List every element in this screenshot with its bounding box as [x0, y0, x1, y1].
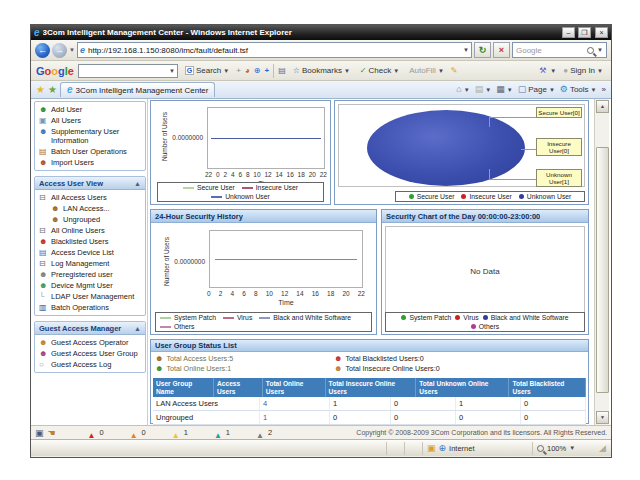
highlighter-pen-icon[interactable]: ✎ — [451, 67, 458, 75]
minimize-button[interactable]: – — [562, 27, 575, 38]
feeds-button[interactable]: ▤▼ — [475, 85, 491, 94]
google-search-dropdown-icon[interactable]: ▼ — [169, 68, 175, 74]
send-to-icon[interactable]: ▤ — [278, 67, 286, 75]
sidebar-item[interactable]: All Users — [35, 115, 145, 126]
table-column-header[interactable]: Total Blacklisted Users — [509, 378, 586, 397]
scrollbar-thumb[interactable] — [596, 147, 609, 393]
favorites-star-icon[interactable]: ★ — [36, 85, 45, 95]
toolbar-plus-icon[interactable]: + — [236, 67, 241, 75]
autofill-button[interactable]: AutoFill ▼ — [406, 65, 447, 76]
wrench-icon[interactable]: ⚒ — [539, 67, 546, 75]
check-button[interactable]: ✓ Check ▼ — [357, 65, 402, 76]
plot-area — [207, 107, 325, 169]
google-search-input[interactable]: ▼ — [78, 64, 178, 78]
sidebar-item[interactable]: Add User — [35, 104, 145, 115]
search-dropdown-icon[interactable]: ▼ — [597, 47, 603, 53]
page-menu-label: Page — [528, 85, 547, 94]
cell-total-unknown-online-users: 0 — [456, 411, 521, 424]
sidebar-item[interactable]: Ungrouped — [35, 214, 145, 225]
forward-button[interactable]: → — [52, 43, 67, 58]
sidebar-item[interactable]: All Access Users — [35, 192, 145, 203]
maximize-button[interactable]: ❐ — [578, 27, 591, 38]
sidebar-item[interactable]: Batch User Operations — [35, 146, 145, 157]
sidebar-item[interactable]: Import Users — [35, 157, 145, 168]
sidebar-item[interactable]: All Online Users — [35, 225, 145, 236]
refresh-icon: ↻ — [479, 45, 487, 55]
toolbar-globe-icon[interactable]: ⊕ — [254, 67, 261, 75]
table-column-header[interactable]: Total Online Users — [263, 378, 326, 397]
title-bar[interactable]: e 3Com Intelligent Management Center - W… — [31, 25, 611, 40]
sidebar-item[interactable]: LDAP User Management — [35, 291, 145, 302]
alarm-hand-icon[interactable]: ☚ — [48, 428, 56, 438]
signin-label: Sign In — [570, 66, 595, 75]
sidebar-item[interactable]: Preregistered user — [35, 269, 145, 280]
legend-item: Black and White Software — [483, 314, 569, 321]
x-tick: 14 — [296, 290, 303, 297]
x-tick: 8 — [246, 171, 250, 178]
close-button[interactable]: × — [595, 27, 608, 38]
x-tick: 16 — [287, 171, 294, 178]
collapse-section-icon[interactable]: ▲ — [134, 325, 141, 332]
alarm-panel-icon[interactable]: ▣ — [35, 428, 44, 438]
zone-label: Internet — [449, 444, 474, 453]
sidebar-item[interactable]: Device Mgmt User — [35, 280, 145, 291]
page-menu-button[interactable]: ▢Page▼ — [518, 85, 555, 94]
sidebar-item[interactable]: LAN Access... — [35, 203, 145, 214]
bookmarks-button[interactable]: ☆ Bookmarks ▼ — [290, 65, 353, 76]
back-button[interactable]: ← — [35, 43, 50, 58]
sidebar-item-label: LDAP User Management — [51, 292, 134, 301]
table-column-header[interactable]: Total Unknown Online Users — [416, 378, 509, 397]
table-column-header[interactable]: Total Insecure Online Users — [326, 378, 417, 397]
tools-menu-button[interactable]: ⚙Tools▼ — [560, 85, 597, 94]
table-column-header[interactable]: User Group Name — [153, 378, 214, 397]
sidebar-item[interactable]: Guest Access Log — [35, 359, 145, 370]
guest-access-manager-header[interactable]: Guest Access Manager ▲ — [35, 322, 145, 335]
sidebar-item[interactable]: Guest Access User Group — [35, 348, 145, 359]
address-input[interactable]: e http://192.168.1.150:8080/imc/fault/de… — [77, 42, 472, 58]
home-button[interactable]: ⌂▼ — [456, 85, 469, 94]
zoom-dropdown-icon[interactable]: ▼ — [569, 445, 575, 451]
sidebar-item[interactable]: Batch Operations — [35, 302, 145, 313]
check-dropdown-icon[interactable]: ▼ — [393, 68, 399, 74]
sidebar-item[interactable]: Log Management — [35, 258, 145, 269]
autofill-dropdown-icon[interactable]: ▼ — [438, 68, 444, 74]
browser-tab[interactable]: e 3Com Intelligent Management Center — [60, 82, 216, 97]
browser-search-input[interactable]: Google ▼ — [512, 42, 607, 58]
content-scrollbar[interactable]: ▲ ▼ — [594, 99, 609, 425]
print-button[interactable]: ▦▼ — [496, 85, 512, 94]
toolbar-add-icon[interactable]: + — [264, 67, 269, 75]
cell-user-group-name[interactable]: Ungrouped — [153, 411, 260, 424]
toolbar-swirl-icon[interactable]: ◕ — [245, 67, 250, 75]
access-user-view-header[interactable]: Access User View ▲ — [35, 177, 145, 190]
signin-button[interactable]: ● Sign In ▼ — [560, 65, 606, 76]
sidebar-item-label: Preregistered user — [51, 270, 113, 279]
scroll-up-icon[interactable]: ▲ — [596, 100, 609, 113]
wrench-dropdown-icon[interactable]: ▼ — [550, 68, 556, 74]
cell-user-group-name[interactable]: LAN Access Users — [153, 397, 260, 410]
address-dropdown-icon[interactable]: ▼ — [463, 47, 469, 53]
sidebar-item[interactable]: Blacklisted Users — [35, 236, 145, 247]
refresh-button[interactable]: ↻ — [474, 42, 491, 58]
google-search-options-icon[interactable]: ▼ — [223, 68, 229, 74]
stop-button[interactable]: × — [493, 42, 510, 58]
sidebar-item[interactable]: Guest Access Operator — [35, 337, 145, 348]
cell-access-users[interactable]: 4 — [260, 397, 330, 410]
google-search-button[interactable]: G Search ▼ — [182, 65, 232, 76]
sidebar-item[interactable]: Access Device List — [35, 247, 145, 258]
signin-dropdown-icon[interactable]: ▼ — [597, 68, 603, 74]
zoom-control[interactable]: 100% ▼ — [533, 442, 599, 455]
user-group-icon — [51, 204, 60, 213]
resize-grip[interactable]: ◢ — [599, 442, 609, 455]
google-logo: Google — [36, 65, 74, 77]
cell-access-users[interactable]: 1 — [260, 411, 330, 424]
sidebar-item[interactable]: Supplementary User Information — [35, 126, 145, 146]
legend-item: Secure User — [183, 184, 235, 191]
history-dropdown-icon[interactable]: ▼ — [69, 47, 75, 53]
more-commands-chevron-icon[interactable]: » — [602, 85, 606, 94]
search-icon[interactable] — [587, 47, 594, 54]
collapse-section-icon[interactable]: ▲ — [134, 180, 141, 187]
table-column-header[interactable]: Access Users — [214, 378, 263, 397]
scroll-down-icon[interactable]: ▼ — [596, 411, 609, 424]
add-favorite-icon[interactable]: ★ — [48, 85, 57, 95]
bookmarks-dropdown-icon[interactable]: ▼ — [344, 68, 350, 74]
